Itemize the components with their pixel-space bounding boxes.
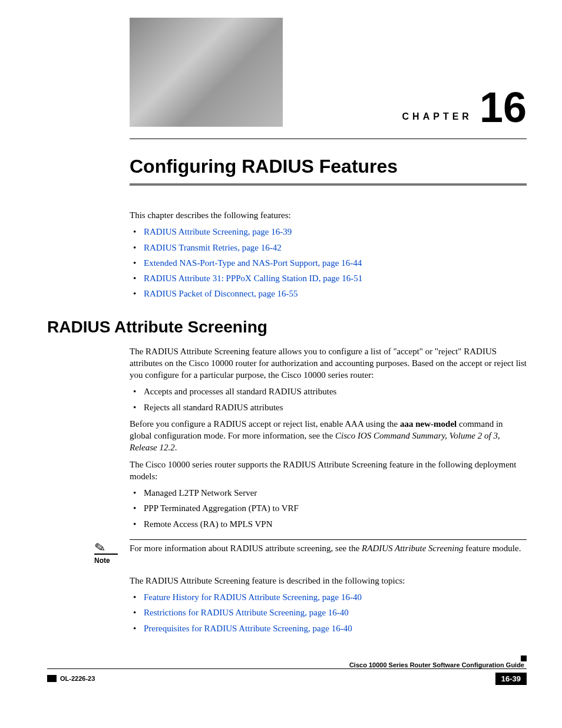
text-run: Before you configure a RADIUS accept or … [130, 419, 400, 429]
toc-link[interactable]: RADIUS Transmit Retries, page 16-42 [144, 243, 282, 252]
topic-list: Feature History for RADIUS Attribute Scr… [130, 591, 527, 634]
text-run: feature module. [464, 543, 521, 553]
topic-link[interactable]: Restrictions for RADIUS Attribute Screen… [144, 608, 349, 617]
paragraph: The RADIUS Attribute Screening feature a… [130, 345, 527, 381]
document-id: OL-2226-23 [47, 675, 95, 682]
bullet-list: Managed L2TP Network Server PPP Terminat… [130, 487, 527, 530]
paragraph: The Cisco 10000 series router supports t… [130, 459, 527, 483]
list-item: RADIUS Attribute Screening, page 16-39 [144, 226, 527, 238]
rule-thick [130, 183, 527, 186]
toc-link[interactable]: Extended NAS-Port-Type and NAS-Port Supp… [144, 258, 362, 268]
topic-link[interactable]: Feature History for RADIUS Attribute Scr… [144, 592, 362, 602]
toc-link[interactable]: RADIUS Attribute Screening, page 16-39 [144, 227, 292, 236]
list-item: Accepts and processes all standard RADIU… [144, 386, 527, 397]
toc-list: RADIUS Attribute Screening, page 16-39 R… [130, 226, 527, 299]
paragraph: Before you configure a RADIUS accept or … [130, 418, 527, 454]
chapter-title: Configuring RADIUS Features [130, 156, 527, 177]
list-item: Feature History for RADIUS Attribute Scr… [144, 591, 527, 603]
footer-rule [47, 668, 527, 669]
chapter-label: CHAPTER [402, 111, 472, 127]
bullet-list: Accepts and processes all standard RADIU… [130, 386, 527, 413]
text-run: . [175, 443, 177, 452]
list-item: RADIUS Transmit Retries, page 16-42 [144, 242, 527, 253]
list-item: RADIUS Attribute 31: PPPoX Calling Stati… [144, 272, 527, 284]
list-item: Remote Access (RA) to MPLS VPN [144, 518, 527, 530]
topic-link[interactable]: Prerequisites for RADIUS Attribute Scree… [144, 624, 352, 633]
page-footer: Cisco 10000 Series Router Software Confi… [47, 661, 527, 691]
list-item: Restrictions for RADIUS Attribute Screen… [144, 607, 527, 618]
paragraph: The RADIUS Attribute Screening feature i… [130, 575, 527, 587]
list-item: PPP Terminated Aggregation (PTA) to VRF [144, 502, 527, 514]
note-icon: ✎ [94, 536, 131, 555]
chapter-photo [130, 18, 283, 127]
list-item: Managed L2TP Network Server [144, 487, 527, 499]
note-content: For more information about RADIUS attrib… [130, 539, 527, 565]
rule-thin [130, 139, 527, 139]
guide-title: Cisco 10000 Series Router Software Confi… [47, 661, 527, 668]
note-label: Note [94, 556, 110, 565]
chapter-header: CHAPTER 16 [130, 18, 527, 127]
toc-link[interactable]: RADIUS Packet of Disconnect, page 16-55 [144, 289, 298, 298]
section-heading: RADIUS Attribute Screening [47, 318, 527, 337]
toc-link[interactable]: RADIUS Attribute 31: PPPoX Calling Stati… [144, 274, 362, 283]
note-block: ✎ Note For more information about RADIUS… [94, 539, 527, 565]
command-text: aaa new-model [400, 419, 457, 429]
reference-text: RADIUS Attribute Screening [362, 543, 463, 553]
list-item: Rejects all standard RADIUS attributes [144, 401, 527, 413]
page-number: 16-39 [495, 673, 527, 685]
list-item: RADIUS Packet of Disconnect, page 16-55 [144, 288, 527, 299]
intro-text: This chapter describes the following fea… [130, 209, 527, 221]
chapter-number: 16 [480, 88, 527, 127]
list-item: Extended NAS-Port-Type and NAS-Port Supp… [144, 257, 527, 269]
text-run: For more information about RADIUS attrib… [130, 543, 362, 553]
list-item: Prerequisites for RADIUS Attribute Scree… [144, 622, 527, 634]
footer-marker [521, 655, 527, 661]
